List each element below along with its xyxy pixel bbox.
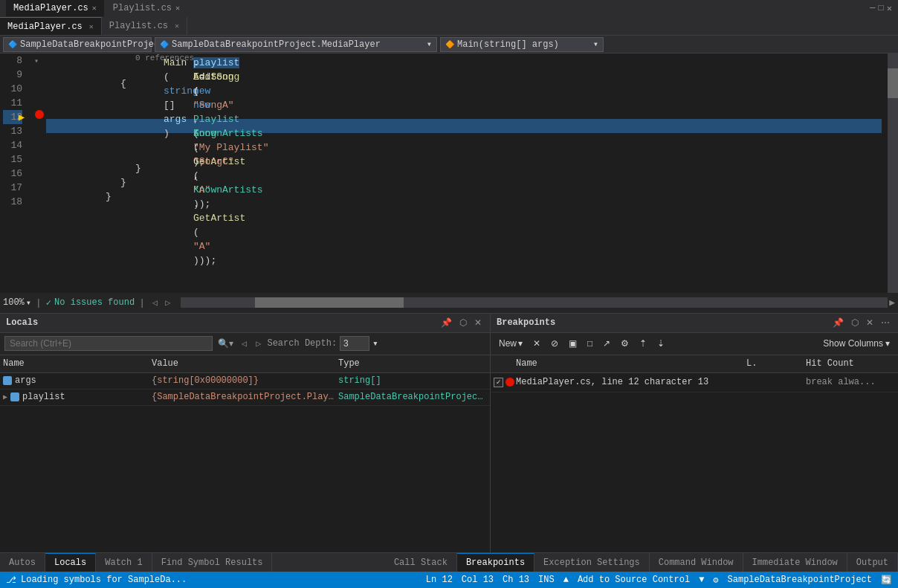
close-icon[interactable]: ✕ bbox=[92, 4, 97, 13]
editor-scrollbar[interactable] bbox=[888, 54, 898, 293]
line-num: Ln 12 bbox=[426, 575, 453, 585]
expand-icon[interactable]: ▶ bbox=[3, 392, 7, 401]
search-depth-label: Search Depth: bbox=[267, 338, 337, 349]
show-columns-btn[interactable]: Show Columns ▾ bbox=[819, 337, 894, 350]
method-dropdown-arrow: ▾ bbox=[593, 39, 598, 50]
tab-exception-settings-label: Exception Settings bbox=[543, 558, 640, 568]
tab-command-window[interactable]: Command Window bbox=[650, 553, 743, 572]
enable-bp-btn[interactable]: ▣ bbox=[565, 337, 581, 350]
minimize-icon[interactable]: ─ bbox=[870, 3, 875, 13]
clear-all-bp-btn[interactable]: ⊘ bbox=[547, 337, 562, 350]
nav-left-arrow[interactable]: ◁ bbox=[149, 296, 161, 310]
tab-call-stack[interactable]: Call Stack bbox=[385, 553, 457, 572]
new-breakpoint-btn[interactable]: New ▾ bbox=[495, 337, 526, 350]
status-right: Ln 12 Col 13 Ch 13 INS ▲ Add to Source C… bbox=[426, 575, 892, 586]
search-bp-btn[interactable]: ⚙ bbox=[617, 337, 633, 350]
title-tab-playlist[interactable]: Playlist.cs ✕ bbox=[106, 0, 187, 16]
tab-watch1-label: Watch 1 bbox=[105, 558, 142, 568]
window-controls: ─ □ ✕ bbox=[870, 3, 892, 14]
playlist-label: playlist bbox=[22, 392, 65, 402]
bp-float-btn[interactable]: ⬡ bbox=[849, 317, 861, 329]
breakpoints-panel: Breakpoints 📌 ⬡ ✕ ⋯ New ▾ ✕ ⊘ ▣ bbox=[491, 314, 898, 553]
bp-pin-btn[interactable]: 📌 bbox=[830, 317, 846, 329]
col-type: Type bbox=[338, 358, 487, 369]
nav-right-arrow[interactable]: ▷ bbox=[162, 296, 173, 310]
locals-pin-btn[interactable]: 📌 bbox=[439, 317, 454, 329]
bp-close-btn[interactable]: ✕ bbox=[864, 317, 876, 329]
export-icon: ⇡ bbox=[639, 338, 647, 349]
zoom-dropdown-arrow[interactable]: ▾ bbox=[26, 297, 31, 308]
depth-input[interactable] bbox=[340, 336, 369, 351]
disable-bp-btn[interactable]: □ bbox=[584, 337, 596, 350]
line-num-8: 8 bbox=[3, 54, 22, 68]
show-columns-label: Show Columns bbox=[823, 338, 883, 349]
locals-panel: Locals 📌 ⬡ ✕ 🔍▾ ◁ ▷ Search Depth: ▾ Name… bbox=[0, 314, 491, 553]
row-args-name: args bbox=[3, 375, 152, 386]
ch-num: Ch 13 bbox=[503, 575, 529, 585]
method-name: Main(string[] args) bbox=[457, 39, 559, 50]
table-row: ▶ playlist {SampleDataBreakpointProject.… bbox=[0, 390, 490, 406]
row-args-type: string[] bbox=[338, 375, 487, 386]
refresh-icon[interactable]: 🔄 bbox=[881, 575, 892, 586]
row-args-value: {string[0x00000000]} bbox=[152, 375, 338, 386]
zoom-control[interactable]: 100% ▾ bbox=[3, 297, 31, 308]
bp-col-name: Name bbox=[516, 358, 746, 369]
doc-tab-playlist[interactable]: Playlist.cs ✕ bbox=[102, 17, 187, 35]
locals-float-btn[interactable]: ⬡ bbox=[457, 317, 469, 329]
method-dropdown[interactable]: 🔶 Main(string[] args) ▾ bbox=[440, 37, 604, 52]
import-bp-btn[interactable]: ⇣ bbox=[653, 337, 668, 350]
tab-locals[interactable]: Locals bbox=[45, 553, 96, 572]
bp-checkbox[interactable] bbox=[494, 378, 503, 387]
tab-exception-settings[interactable]: Exception Settings bbox=[534, 553, 650, 572]
bp-col-hitcount: Hit Count bbox=[806, 358, 895, 369]
search-btn[interactable]: 🔍▾ bbox=[216, 337, 236, 349]
new-arrow: ▾ bbox=[518, 338, 523, 349]
scroll-right-btn[interactable]: ▶ bbox=[889, 297, 895, 308]
add-to-source-control[interactable]: Add to Source Control bbox=[578, 575, 690, 585]
tab-output-label: Output bbox=[856, 558, 888, 568]
title-tab-label: MediaPlayer.cs bbox=[13, 3, 88, 13]
line-num-15: 15 bbox=[3, 152, 22, 167]
tab-find-symbol-label: Find Symbol Results bbox=[161, 558, 263, 568]
depth-dropdown-arrow[interactable]: ▾ bbox=[372, 337, 378, 349]
tab-breakpoints[interactable]: Breakpoints bbox=[457, 553, 534, 572]
line-num-16: 16 bbox=[3, 167, 22, 181]
tab-autos[interactable]: Autos bbox=[0, 553, 45, 572]
line-num-10: 10 bbox=[3, 82, 22, 96]
class-dropdown[interactable]: 🔷 SampleDataBreakpointProject.MediaPlaye… bbox=[155, 37, 437, 52]
maximize-icon[interactable]: □ bbox=[879, 3, 884, 13]
status-check: ✓ No issues found bbox=[46, 297, 135, 308]
close-icon2[interactable]: ✕ bbox=[175, 4, 180, 13]
locals-close-btn[interactable]: ✕ bbox=[472, 317, 484, 329]
close-window-icon[interactable]: ✕ bbox=[887, 3, 892, 14]
line-num-18: 18 bbox=[3, 195, 22, 209]
new-label: New bbox=[499, 338, 517, 349]
doc-tab-mediaplayer[interactable]: MediaPlayer.cs ✕ bbox=[0, 17, 102, 35]
project-icon: ⚙ bbox=[713, 575, 718, 586]
fold-icon-8[interactable]: ▾ bbox=[34, 56, 39, 65]
line-num-14: 14 bbox=[3, 138, 22, 152]
tab-output[interactable]: Output bbox=[847, 553, 898, 572]
doc-tabs: MediaPlayer.cs ✕ Playlist.cs ✕ bbox=[0, 16, 898, 36]
execution-arrow: ▶ bbox=[19, 111, 25, 123]
title-tab-mediaplayer[interactable]: MediaPlayer.cs ✕ bbox=[6, 0, 104, 16]
code-content[interactable]: 0 references static void Main ( string [… bbox=[46, 54, 888, 293]
doc-tab-close2[interactable]: ✕ bbox=[175, 22, 179, 30]
tab-immediate-window[interactable]: Immediate Window bbox=[743, 553, 847, 572]
goto-icon: ↗ bbox=[603, 338, 610, 349]
search-nav-left[interactable]: ◁ bbox=[239, 337, 250, 351]
enable-icon: ▣ bbox=[569, 338, 577, 349]
doc-tab-close[interactable]: ✕ bbox=[89, 22, 94, 31]
bp-more-btn[interactable]: ⋯ bbox=[879, 317, 892, 329]
col-name: Name bbox=[3, 358, 152, 369]
goto-src-btn[interactable]: ↗ bbox=[599, 337, 614, 350]
locals-title: Locals bbox=[6, 317, 38, 328]
search-nav-right[interactable]: ▷ bbox=[253, 337, 264, 351]
project-dropdown[interactable]: 🔷 SampleDataBreakpointProject ▾ bbox=[3, 37, 152, 52]
delete-bp-btn[interactable]: ✕ bbox=[529, 337, 544, 350]
line-num-9: 9 bbox=[3, 68, 22, 82]
export-bp-btn[interactable]: ⇡ bbox=[636, 337, 650, 350]
search-input[interactable] bbox=[4, 336, 213, 351]
tab-find-symbol[interactable]: Find Symbol Results bbox=[152, 553, 273, 572]
tab-watch1[interactable]: Watch 1 bbox=[96, 553, 152, 572]
